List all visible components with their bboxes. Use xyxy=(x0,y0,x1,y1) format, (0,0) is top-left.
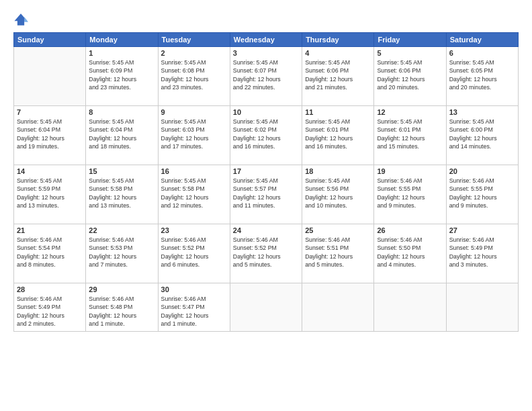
calendar-cell: 16Sunrise: 5:45 AM Sunset: 5:58 PM Dayli… xyxy=(158,165,230,224)
day-number: 11 xyxy=(305,108,371,116)
day-info: Sunrise: 5:45 AM Sunset: 6:03 PM Dayligh… xyxy=(161,118,227,150)
calendar-cell xyxy=(446,283,518,332)
weekday-header: Thursday xyxy=(302,33,374,47)
calendar-cell: 21Sunrise: 5:46 AM Sunset: 5:54 PM Dayli… xyxy=(14,224,86,283)
day-number: 3 xyxy=(233,49,299,57)
day-info: Sunrise: 5:45 AM Sunset: 5:58 PM Dayligh… xyxy=(161,177,227,210)
day-number: 17 xyxy=(233,167,299,175)
calendar-cell xyxy=(302,283,374,332)
calendar-week-row: 7Sunrise: 5:45 AM Sunset: 6:04 PM Daylig… xyxy=(14,106,519,165)
calendar-cell: 20Sunrise: 5:46 AM Sunset: 5:55 PM Dayli… xyxy=(446,165,518,224)
calendar-cell: 28Sunrise: 5:46 AM Sunset: 5:49 PM Dayli… xyxy=(14,283,86,332)
day-info: Sunrise: 5:45 AM Sunset: 6:01 PM Dayligh… xyxy=(305,118,371,150)
day-info: Sunrise: 5:46 AM Sunset: 5:49 PM Dayligh… xyxy=(17,295,83,328)
day-info: Sunrise: 5:45 AM Sunset: 6:06 PM Dayligh… xyxy=(305,58,371,91)
page: SundayMondayTuesdayWednesdayThursdayFrid… xyxy=(0,0,532,411)
day-number: 28 xyxy=(17,285,83,293)
calendar-cell: 13Sunrise: 5:45 AM Sunset: 6:00 PM Dayli… xyxy=(446,106,518,165)
day-info: Sunrise: 5:46 AM Sunset: 5:49 PM Dayligh… xyxy=(449,236,515,269)
calendar-cell: 30Sunrise: 5:46 AM Sunset: 5:47 PM Dayli… xyxy=(158,283,230,332)
day-number: 7 xyxy=(17,108,83,116)
day-info: Sunrise: 5:46 AM Sunset: 5:55 PM Dayligh… xyxy=(377,177,443,210)
weekday-header: Sunday xyxy=(14,33,86,47)
day-info: Sunrise: 5:46 AM Sunset: 5:53 PM Dayligh… xyxy=(89,236,154,269)
calendar-cell: 22Sunrise: 5:46 AM Sunset: 5:53 PM Dayli… xyxy=(86,224,158,283)
calendar-cell: 1Sunrise: 5:45 AM Sunset: 6:09 PM Daylig… xyxy=(86,47,158,106)
calendar-cell: 8Sunrise: 5:45 AM Sunset: 6:04 PM Daylig… xyxy=(86,106,158,165)
day-info: Sunrise: 5:46 AM Sunset: 5:51 PM Dayligh… xyxy=(305,236,371,269)
calendar-week-row: 28Sunrise: 5:46 AM Sunset: 5:49 PM Dayli… xyxy=(14,283,519,332)
calendar-cell: 3Sunrise: 5:45 AM Sunset: 6:07 PM Daylig… xyxy=(230,47,302,106)
calendar-cell: 15Sunrise: 5:45 AM Sunset: 5:58 PM Dayli… xyxy=(86,165,158,224)
day-number: 4 xyxy=(305,49,371,57)
weekday-header: Saturday xyxy=(446,33,518,47)
day-info: Sunrise: 5:45 AM Sunset: 6:05 PM Dayligh… xyxy=(449,58,515,91)
calendar-cell: 18Sunrise: 5:45 AM Sunset: 5:56 PM Dayli… xyxy=(302,165,374,224)
calendar-cell: 9Sunrise: 5:45 AM Sunset: 6:03 PM Daylig… xyxy=(158,106,230,165)
day-number: 14 xyxy=(17,167,83,175)
day-number: 19 xyxy=(377,167,443,175)
day-number: 8 xyxy=(89,108,154,116)
calendar-week-row: 1Sunrise: 5:45 AM Sunset: 6:09 PM Daylig… xyxy=(14,47,519,106)
day-number: 13 xyxy=(449,108,515,116)
day-info: Sunrise: 5:45 AM Sunset: 6:01 PM Dayligh… xyxy=(377,118,443,150)
day-number: 26 xyxy=(377,226,443,234)
day-info: Sunrise: 5:45 AM Sunset: 5:56 PM Dayligh… xyxy=(305,177,371,210)
calendar-cell: 27Sunrise: 5:46 AM Sunset: 5:49 PM Dayli… xyxy=(446,224,518,283)
calendar-cell: 19Sunrise: 5:46 AM Sunset: 5:55 PM Dayli… xyxy=(374,165,446,224)
day-number: 5 xyxy=(377,49,443,57)
day-info: Sunrise: 5:46 AM Sunset: 5:52 PM Dayligh… xyxy=(161,236,227,269)
calendar-cell xyxy=(374,283,446,332)
calendar-cell: 10Sunrise: 5:45 AM Sunset: 6:02 PM Dayli… xyxy=(230,106,302,165)
day-info: Sunrise: 5:46 AM Sunset: 5:50 PM Dayligh… xyxy=(377,236,443,269)
day-number: 6 xyxy=(449,49,515,57)
weekday-header: Tuesday xyxy=(158,33,230,47)
day-info: Sunrise: 5:45 AM Sunset: 6:06 PM Dayligh… xyxy=(377,58,443,91)
calendar-week-row: 14Sunrise: 5:45 AM Sunset: 5:59 PM Dayli… xyxy=(14,165,519,224)
day-info: Sunrise: 5:45 AM Sunset: 6:02 PM Dayligh… xyxy=(233,118,299,150)
weekday-header: Monday xyxy=(86,33,158,47)
calendar-cell: 5Sunrise: 5:45 AM Sunset: 6:06 PM Daylig… xyxy=(374,47,446,106)
day-info: Sunrise: 5:45 AM Sunset: 6:04 PM Dayligh… xyxy=(89,118,154,150)
calendar-cell: 24Sunrise: 5:46 AM Sunset: 5:52 PM Dayli… xyxy=(230,224,302,283)
calendar-cell xyxy=(230,283,302,332)
day-number: 16 xyxy=(161,167,227,175)
day-info: Sunrise: 5:45 AM Sunset: 5:59 PM Dayligh… xyxy=(17,177,83,210)
day-info: Sunrise: 5:45 AM Sunset: 6:04 PM Dayligh… xyxy=(17,118,83,150)
day-info: Sunrise: 5:45 AM Sunset: 6:07 PM Dayligh… xyxy=(233,58,299,91)
calendar-cell: 25Sunrise: 5:46 AM Sunset: 5:51 PM Dayli… xyxy=(302,224,374,283)
day-info: Sunrise: 5:46 AM Sunset: 5:54 PM Dayligh… xyxy=(17,236,83,269)
svg-marker-1 xyxy=(24,17,28,21)
calendar-cell: 2Sunrise: 5:45 AM Sunset: 6:08 PM Daylig… xyxy=(158,47,230,106)
calendar-cell: 14Sunrise: 5:45 AM Sunset: 5:59 PM Dayli… xyxy=(14,165,86,224)
day-info: Sunrise: 5:45 AM Sunset: 6:09 PM Dayligh… xyxy=(89,58,154,91)
day-info: Sunrise: 5:45 AM Sunset: 5:57 PM Dayligh… xyxy=(233,177,299,210)
calendar-cell: 4Sunrise: 5:45 AM Sunset: 6:06 PM Daylig… xyxy=(302,47,374,106)
day-number: 21 xyxy=(17,226,83,234)
day-info: Sunrise: 5:45 AM Sunset: 6:00 PM Dayligh… xyxy=(449,118,515,150)
day-number: 1 xyxy=(89,49,154,57)
logo xyxy=(13,12,31,27)
day-info: Sunrise: 5:45 AM Sunset: 6:08 PM Dayligh… xyxy=(161,58,227,91)
header xyxy=(13,12,519,27)
calendar: SundayMondayTuesdayWednesdayThursdayFrid… xyxy=(13,32,519,332)
weekday-header: Friday xyxy=(374,33,446,47)
day-number: 25 xyxy=(305,226,371,234)
day-number: 22 xyxy=(89,226,154,234)
day-info: Sunrise: 5:45 AM Sunset: 5:58 PM Dayligh… xyxy=(89,177,154,210)
day-number: 30 xyxy=(161,285,227,293)
day-info: Sunrise: 5:46 AM Sunset: 5:47 PM Dayligh… xyxy=(161,295,227,328)
calendar-cell xyxy=(14,47,86,106)
day-number: 27 xyxy=(449,226,515,234)
weekday-header: Wednesday xyxy=(230,33,302,47)
calendar-cell: 17Sunrise: 5:45 AM Sunset: 5:57 PM Dayli… xyxy=(230,165,302,224)
calendar-cell: 11Sunrise: 5:45 AM Sunset: 6:01 PM Dayli… xyxy=(302,106,374,165)
calendar-cell: 7Sunrise: 5:45 AM Sunset: 6:04 PM Daylig… xyxy=(14,106,86,165)
day-info: Sunrise: 5:46 AM Sunset: 5:52 PM Dayligh… xyxy=(233,236,299,269)
day-info: Sunrise: 5:46 AM Sunset: 5:55 PM Dayligh… xyxy=(449,177,515,210)
day-number: 24 xyxy=(233,226,299,234)
day-number: 9 xyxy=(161,108,227,116)
day-number: 18 xyxy=(305,167,371,175)
calendar-header-row: SundayMondayTuesdayWednesdayThursdayFrid… xyxy=(14,33,519,47)
day-number: 12 xyxy=(377,108,443,116)
